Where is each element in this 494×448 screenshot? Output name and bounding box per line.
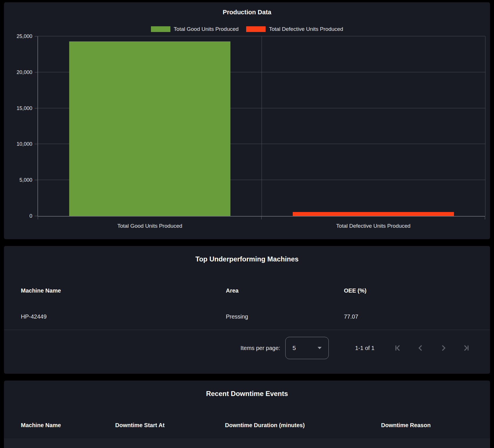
- legend-item-good-units[interactable]: Total Good Units Produced: [151, 26, 239, 32]
- last-page-icon[interactable]: [460, 341, 473, 355]
- oee-cell: 77.07: [344, 313, 477, 320]
- table-row: HP-42449 Pressing 77.07: [4, 304, 490, 330]
- column-header-area: Area: [226, 287, 344, 294]
- downtime-events-card: Recent Downtime Events Machine Name Down…: [4, 381, 490, 448]
- y-axis-tick-label: 10,000: [17, 141, 32, 147]
- gridline: [262, 36, 262, 216]
- table-header-row: Machine Name Area OEE (%): [4, 277, 490, 304]
- legend-label: Total Good Units Produced: [174, 26, 239, 32]
- x-axis-tick: [38, 216, 38, 219]
- y-axis-tick: [35, 180, 38, 180]
- paginator: Items per page: 5 1-1 of 1: [4, 330, 490, 366]
- table-row: [4, 438, 490, 448]
- gridline: [485, 36, 485, 216]
- paginator-nav: [391, 341, 473, 355]
- legend-item-defective-units[interactable]: Total Defective Units Produced: [246, 26, 343, 32]
- column-header-downtime-duration: Downtime Duration (minutes): [225, 422, 381, 429]
- y-axis-tick: [35, 144, 38, 144]
- paginator-range-label: 1-1 of 1: [355, 345, 375, 351]
- chevron-down-icon: [318, 347, 322, 349]
- y-axis-tick-label: 0: [29, 213, 32, 219]
- underperforming-machines-card: Top Underperforming Machines Machine Nam…: [4, 246, 490, 374]
- x-axis-category-label: Total Good Units Produced: [117, 223, 182, 229]
- first-page-icon[interactable]: [391, 341, 404, 355]
- chart-title: Production Data: [4, 8, 490, 17]
- next-page-icon[interactable]: [437, 341, 450, 355]
- y-axis-tick: [35, 72, 38, 72]
- chart-legend: Total Good Units Produced Total Defectiv…: [4, 25, 490, 33]
- table-header-row: Machine Name Downtime Start At Downtime …: [4, 412, 490, 438]
- defective-units-swatch: [246, 26, 266, 32]
- column-header-downtime-reason: Downtime Reason: [381, 422, 477, 429]
- production-chart-card: Production Data Total Good Units Produce…: [4, 2, 490, 239]
- previous-page-icon[interactable]: [414, 341, 427, 355]
- y-axis-tick-label: 25,000: [17, 33, 32, 39]
- underperforming-title: Top Underperforming Machines: [4, 255, 490, 264]
- x-axis-category-label: Total Defective Units Produced: [336, 223, 411, 229]
- underperforming-table: Machine Name Area OEE (%) HP-42449 Press…: [4, 277, 490, 330]
- items-per-page-label: Items per page:: [240, 345, 280, 351]
- good-units-swatch: [151, 26, 170, 32]
- column-header-oee: OEE (%): [344, 287, 477, 294]
- area-cell: Pressing: [226, 313, 344, 320]
- y-axis-tick: [35, 36, 38, 37]
- y-axis-tick-label: 20,000: [17, 69, 32, 75]
- y-axis-tick: [35, 108, 38, 108]
- plot-area: 05,00010,00015,00020,00025,000Total Good…: [37, 36, 485, 217]
- column-header-downtime-start: Downtime Start At: [115, 422, 225, 429]
- column-header-machine-name: Machine Name: [21, 287, 226, 294]
- y-axis-tick-label: 5,000: [19, 177, 32, 183]
- downtime-title: Recent Downtime Events: [4, 389, 490, 398]
- y-axis-tick-label: 15,000: [17, 105, 32, 111]
- page-size-select[interactable]: 5: [285, 337, 329, 359]
- legend-label: Total Defective Units Produced: [269, 26, 343, 32]
- column-header-machine-name: Machine Name: [21, 422, 115, 429]
- x-axis-tick: [261, 216, 262, 219]
- x-axis-tick: [485, 216, 485, 219]
- bar-defective-units: [293, 212, 454, 216]
- page-size-value: 5: [292, 345, 296, 351]
- machine-name-cell: HP-42449: [21, 313, 226, 320]
- bar-good-units: [69, 41, 230, 216]
- downtime-table: Machine Name Downtime Start At Downtime …: [4, 412, 490, 448]
